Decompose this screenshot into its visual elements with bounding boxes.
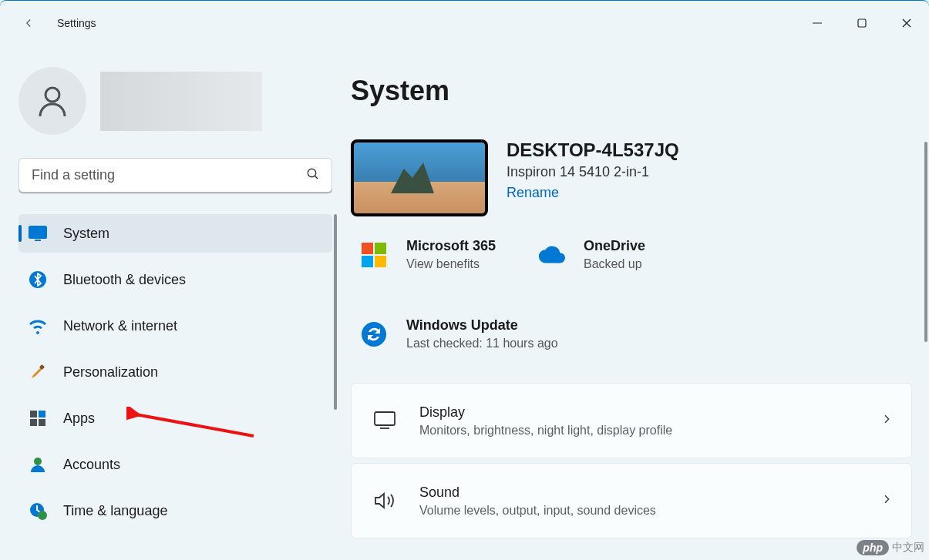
svg-rect-10 (39, 411, 45, 417)
device-name: DESKTOP-4L537JQ (507, 139, 679, 161)
watermark: php 中文网 (857, 540, 924, 555)
svg-point-3 (308, 169, 316, 177)
annotation-arrow (126, 407, 257, 441)
svg-point-14 (34, 458, 42, 465)
sidebar: System Bluetooth & devices Network & int… (0, 45, 351, 560)
device-model: Inspiron 14 5410 2-in-1 (507, 164, 679, 180)
card-description: Volume levels, output, input, sound devi… (419, 504, 656, 518)
nav-item-bluetooth[interactable]: Bluetooth & devices (19, 260, 332, 299)
status-sub: View benefits (406, 257, 496, 271)
microsoft-logo-icon (360, 241, 388, 269)
svg-rect-5 (29, 226, 47, 239)
search-input[interactable] (19, 158, 332, 193)
nav-label: Apps (63, 411, 95, 427)
minimize-button[interactable] (795, 7, 840, 39)
status-microsoft365[interactable]: Microsoft 365 View benefits (360, 238, 496, 271)
nav-item-personalization[interactable]: Personalization (19, 353, 332, 391)
cloud-icon (537, 241, 565, 269)
avatar (19, 67, 86, 135)
wifi-icon (28, 316, 48, 336)
svg-line-13 (136, 414, 254, 436)
chevron-right-icon (880, 413, 893, 428)
svg-rect-11 (30, 419, 37, 426)
svg-rect-19 (362, 256, 373, 267)
nav-item-system[interactable]: System (19, 214, 332, 253)
content-area: System DESKTOP-4L537JQ Inspiron 14 5410 … (351, 45, 929, 560)
nav-label: System (63, 226, 109, 242)
status-title: Windows Update (406, 317, 558, 334)
nav-item-time[interactable]: Time & language (19, 491, 332, 530)
svg-line-4 (315, 176, 318, 179)
nav-item-accounts[interactable]: Accounts (19, 445, 332, 484)
svg-point-21 (362, 322, 386, 347)
content-scrollbar[interactable] (924, 142, 927, 342)
status-title: Microsoft 365 (406, 238, 496, 254)
clock-globe-icon (28, 501, 48, 521)
card-description: Monitors, brightness, night light, displ… (419, 424, 672, 438)
rename-link[interactable]: Rename (507, 185, 679, 201)
svg-point-2 (45, 88, 59, 102)
window-title: Settings (57, 17, 96, 29)
settings-card-display[interactable]: Display Monitors, brightness, night ligh… (351, 383, 912, 458)
settings-card-sound[interactable]: Sound Volume levels, output, input, soun… (351, 463, 912, 538)
title-bar: Settings (0, 1, 929, 45)
display-icon (28, 223, 48, 243)
device-wallpaper-preview[interactable] (351, 139, 488, 216)
svg-rect-9 (30, 411, 37, 417)
page-heading: System (351, 75, 912, 107)
monitor-icon (373, 409, 396, 432)
svg-point-16 (38, 511, 47, 520)
watermark-text: 中文网 (892, 541, 924, 555)
card-title: Display (419, 404, 672, 421)
window-controls (795, 7, 929, 39)
svg-rect-1 (858, 19, 866, 27)
chevron-right-icon (880, 493, 893, 508)
status-windows-update[interactable]: Windows Update Last checked: 11 hours ag… (360, 317, 912, 350)
search-icon (306, 167, 320, 184)
nav-label: Accounts (63, 457, 120, 473)
sound-icon (373, 489, 396, 512)
profile[interactable] (19, 67, 332, 135)
watermark-brand: php (857, 540, 889, 555)
status-onedrive[interactable]: OneDrive Backed up (537, 238, 645, 271)
nav-label: Time & language (63, 503, 167, 519)
account-name-redacted (100, 72, 262, 131)
user-icon (34, 82, 71, 119)
svg-rect-20 (375, 256, 386, 267)
svg-rect-6 (35, 240, 41, 241)
nav-label: Personalization (63, 364, 158, 381)
nav-label: Bluetooth & devices (63, 272, 186, 288)
nav-item-network[interactable]: Network & internet (19, 307, 332, 345)
brush-icon (28, 362, 48, 382)
svg-rect-12 (39, 419, 45, 426)
apps-icon (28, 408, 48, 428)
device-summary: DESKTOP-4L537JQ Inspiron 14 5410 2-in-1 … (351, 139, 912, 216)
svg-rect-18 (375, 243, 386, 254)
person-icon (28, 454, 48, 474)
status-title: OneDrive (584, 238, 645, 254)
nav-item-apps[interactable]: Apps (19, 399, 332, 438)
close-button[interactable] (884, 7, 929, 39)
svg-rect-22 (375, 412, 395, 425)
status-sub: Last checked: 11 hours ago (406, 337, 558, 350)
maximize-button[interactable] (840, 7, 884, 39)
back-button[interactable] (15, 16, 42, 30)
update-sync-icon (360, 320, 388, 348)
status-sub: Backed up (584, 257, 645, 271)
bluetooth-icon (28, 270, 48, 290)
nav-scrollbar[interactable] (334, 214, 337, 410)
nav-list: System Bluetooth & devices Network & int… (19, 214, 332, 560)
card-title: Sound (419, 485, 656, 501)
svg-rect-17 (362, 243, 373, 254)
nav-label: Network & internet (63, 318, 177, 334)
